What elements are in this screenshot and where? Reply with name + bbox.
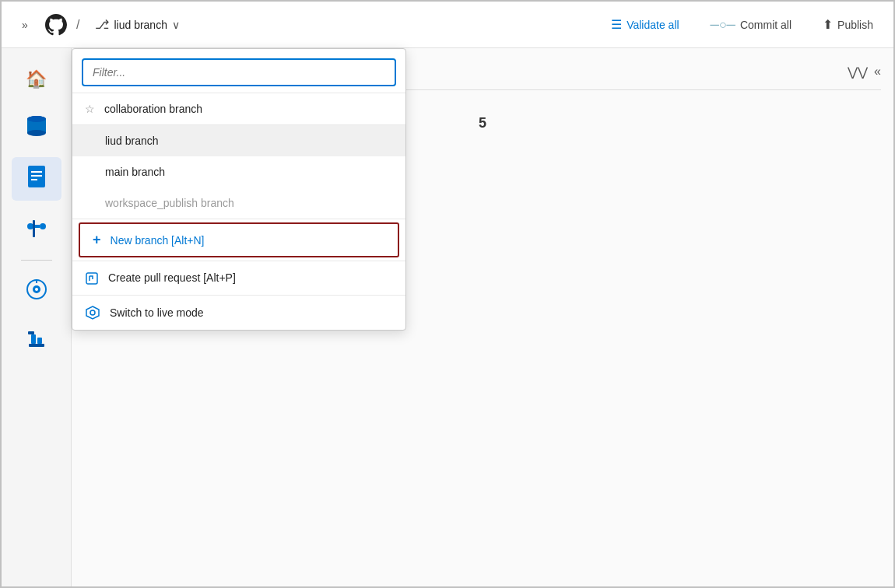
- publish-button[interactable]: ⬆ Publish: [815, 12, 881, 37]
- svg-point-9: [27, 223, 33, 229]
- collapse-icons: ⋁⋁ «: [848, 65, 881, 79]
- branch-item-liud-label: liud branch: [105, 135, 159, 147]
- branch-item-workspace-publish-label: workspace_publish branch: [105, 197, 234, 209]
- validate-label: Validate all: [626, 19, 679, 31]
- documents-icon: [26, 165, 47, 193]
- divider-3: [72, 219, 405, 219]
- svg-point-4: [27, 122, 46, 128]
- live-mode-label: Switch to live mode: [110, 306, 204, 319]
- branch-dropdown: ☆ collaboration branch liud branch main …: [72, 48, 406, 331]
- branch-item-main[interactable]: main branch: [72, 156, 405, 187]
- svg-point-10: [40, 223, 46, 229]
- tools-icon: [26, 328, 47, 355]
- path-separator: /: [76, 18, 79, 32]
- sidebar-divider: [21, 260, 52, 261]
- svg-rect-19: [37, 338, 42, 344]
- plus-icon: +: [93, 232, 101, 248]
- pull-request-item[interactable]: Create pull request [Alt+P]: [72, 261, 405, 295]
- sidebar-item-database[interactable]: [12, 107, 61, 151]
- branch-selector[interactable]: ⎇ liud branch ∨: [89, 14, 186, 35]
- svg-rect-17: [29, 344, 44, 347]
- commit-icon: ─○─: [711, 18, 735, 32]
- branch-item-workspace-publish[interactable]: workspace_publish branch: [72, 187, 405, 219]
- top-bar-actions: ☰ Validate all ─○─ Commit all ⬆ Publish: [603, 12, 881, 37]
- collapse-single-icon[interactable]: «: [874, 65, 881, 79]
- filter-wrapper: [72, 49, 405, 93]
- svg-rect-21: [86, 273, 97, 284]
- branch-item-collaboration[interactable]: ☆ collaboration branch: [72, 93, 405, 124]
- svg-point-24: [90, 310, 95, 315]
- commit-label: Commit all: [740, 19, 791, 31]
- main-content: 🏠: [2, 48, 893, 586]
- validate-icon: ☰: [611, 17, 622, 32]
- expand-sidebar-button[interactable]: »: [14, 14, 36, 36]
- publish-icon: ⬆: [823, 17, 833, 32]
- branch-name-label: liud branch: [114, 19, 167, 31]
- expand-icon: »: [22, 19, 28, 31]
- pull-request-label: Create pull request [Alt+P]: [108, 271, 236, 284]
- pipeline-icon: [26, 215, 47, 242]
- svg-point-2: [27, 130, 46, 136]
- branch-item-liud[interactable]: liud branch: [72, 125, 405, 156]
- branch-item-collaboration-label: collaboration branch: [104, 103, 202, 115]
- pull-request-icon: [85, 271, 99, 285]
- sidebar: 🏠: [2, 48, 72, 586]
- svg-marker-23: [86, 306, 99, 319]
- home-icon: 🏠: [26, 69, 47, 89]
- svg-point-15: [35, 288, 38, 291]
- sidebar-item-pipeline[interactable]: [12, 207, 61, 250]
- new-branch-label: New branch [Alt+N]: [111, 234, 205, 247]
- app-container: » / ⎇ liud branch ∨ ☰ Validate all ─○─ C…: [0, 0, 895, 588]
- svg-point-3: [27, 116, 46, 122]
- branch-icon: ⎇: [95, 17, 109, 32]
- commit-all-button[interactable]: ─○─ Commit all: [703, 13, 799, 37]
- sidebar-item-analytics[interactable]: [12, 270, 61, 313]
- live-mode-item[interactable]: Switch to live mode: [72, 296, 405, 330]
- collapse-double-icon[interactable]: ⋁⋁: [848, 65, 868, 79]
- github-icon: [45, 14, 67, 36]
- database-icon: [26, 114, 47, 144]
- svg-rect-18: [31, 334, 36, 344]
- svg-rect-12: [33, 220, 35, 237]
- star-icon: ☆: [85, 103, 95, 115]
- live-mode-icon: [85, 305, 100, 320]
- svg-rect-20: [28, 331, 34, 334]
- analytics-icon: [26, 278, 47, 305]
- publish-label: Publish: [837, 19, 873, 31]
- sidebar-item-tools[interactable]: [12, 320, 61, 363]
- branch-item-main-label: main branch: [105, 166, 165, 178]
- chevron-down-icon: ∨: [172, 19, 180, 31]
- sidebar-item-documents[interactable]: [12, 157, 61, 201]
- top-bar: » / ⎇ liud branch ∨ ☰ Validate all ─○─ C…: [2, 2, 893, 48]
- new-branch-item[interactable]: + New branch [Alt+N]: [79, 222, 399, 257]
- count-badge: 5: [479, 115, 486, 131]
- sidebar-item-home[interactable]: 🏠: [12, 58, 61, 101]
- validate-all-button[interactable]: ☰ Validate all: [603, 12, 686, 37]
- filter-input[interactable]: [82, 58, 396, 86]
